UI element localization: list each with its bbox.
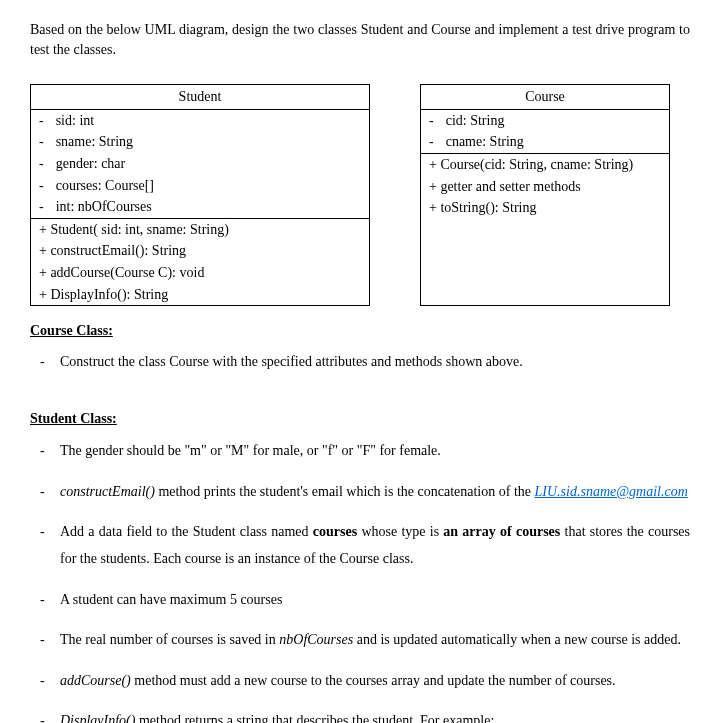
uml-container: Student -sid: int -sname: String -gender… [30,84,690,306]
uml-method: + Student( sid: int, sname: String) [39,220,229,240]
uml-method: + addCourse(Course C): void [39,263,204,283]
uml-method-row: + toString(): String [421,197,669,219]
uml-attr: int: nbOfCourses [56,197,152,217]
method-name: addCourse() [60,673,131,688]
list-item: The gender should be "m" or "M" for male… [30,438,690,465]
uml-attr: sname: String [56,132,133,152]
uml-student-attrs: -sid: int -sname: String -gender: char -… [31,110,369,218]
uml-student-table: Student -sid: int -sname: String -gender… [30,84,370,306]
text: method prints the student's email which … [155,484,535,499]
course-class-heading: Course Class: [30,321,690,341]
uml-attr-row: -cname: String [421,131,669,153]
list-item: Construct the class Course with the spec… [30,351,690,373]
course-class-list: Construct the class Course with the spec… [30,351,690,373]
uml-method-row: + constructEmail(): String [31,240,369,262]
uml-attr: cname: String [446,132,524,152]
italic-text: nbOfCourses [279,632,353,647]
intro-text: Based on the below UML diagram, design t… [30,20,690,59]
uml-attr-row: -sname: String [31,131,369,153]
uml-method: + Course(cid: String, cname: String) [429,155,633,175]
uml-attr-row: -cid: String [421,110,669,132]
list-item: Add a data field to the Student class na… [30,519,690,572]
method-name: constructEmail() [60,484,155,499]
text: and is updated automatically when a new … [353,632,681,647]
uml-course-table: Course -cid: String -cname: String + Cou… [420,84,670,306]
uml-method-row: + DisplayInfo(): String [31,284,369,306]
uml-method-row: + addCourse(Course C): void [31,262,369,284]
uml-method-row: + Course(cid: String, cname: String) [421,154,669,176]
student-class-list: The gender should be "m" or "M" for male… [30,438,690,723]
uml-attr: sid: int [56,111,95,131]
uml-method-row: + Student( sid: int, sname: String) [31,219,369,241]
list-item: constructEmail() method prints the stude… [30,479,690,506]
uml-method: + constructEmail(): String [39,241,186,261]
uml-method: + getter and setter methods [429,177,581,197]
text: The real number of courses is saved in [60,632,279,647]
uml-method: + toString(): String [429,198,536,218]
list-item: addCourse() method must add a new course… [30,668,690,695]
method-name: DisplayInfo() [60,713,135,723]
list-item: A student can have maximum 5 courses [30,587,690,614]
list-item: The real number of courses is saved in n… [30,627,690,654]
uml-attr: gender: char [56,154,126,174]
uml-attr-row: -sid: int [31,110,369,132]
uml-method-row: + getter and setter methods [421,176,669,198]
uml-attr-row: -gender: char [31,153,369,175]
bold-text: courses [313,524,357,539]
text: method returns a string that describes t… [135,713,494,723]
uml-attr-row: -int: nbOfCourses [31,196,369,218]
email-link: LIU.sid.sname@gmail.com [535,484,688,499]
list-item: DisplayInfo() method returns a string th… [30,708,690,723]
uml-attr: courses: Course[] [56,176,154,196]
text: method must add a new course to the cour… [131,673,616,688]
uml-course-methods: + Course(cid: String, cname: String) + g… [421,153,669,219]
uml-course-title: Course [421,85,669,110]
uml-course-attrs: -cid: String -cname: String [421,110,669,153]
text: whose type is [357,524,443,539]
student-class-heading: Student Class: [30,409,690,429]
uml-student-methods: + Student( sid: int, sname: String) + co… [31,218,369,305]
uml-attr: cid: String [446,111,505,131]
text: Add a data field to the Student class na… [60,524,313,539]
bold-text: an array of courses [443,524,560,539]
uml-student-title: Student [31,85,369,110]
uml-attr-row: -courses: Course[] [31,175,369,197]
uml-method: + DisplayInfo(): String [39,285,168,305]
